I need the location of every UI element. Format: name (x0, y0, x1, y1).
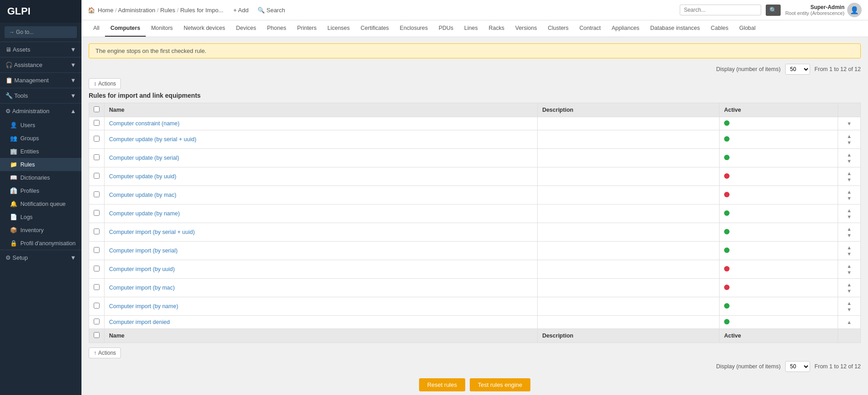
checkbox-2[interactable] (94, 136, 100, 142)
move-down-5[interactable]: ▼ (845, 196, 853, 201)
search-button[interactable]: 🔍 Search (255, 5, 288, 15)
sidebar-item-notification_queue[interactable]: 🔔Notification queue (0, 197, 81, 210)
sidebar-item-profiles[interactable]: 👔Profiles (0, 184, 81, 197)
move-up-2[interactable]: ▲ (845, 134, 853, 139)
sidebar-item-users[interactable]: 👤Users (0, 119, 81, 132)
add-button[interactable]: + Add (231, 5, 252, 15)
checkbox-1[interactable] (94, 120, 100, 126)
tab-pdus[interactable]: PDUs (433, 20, 459, 37)
actions-button-top[interactable]: ↕ Actions (89, 78, 121, 89)
row-link-4[interactable]: Computer update (by uuid) (109, 173, 176, 180)
sidebar-section-header-tools[interactable]: 🔧 Tools▼ (0, 88, 81, 103)
sidebar-item-inventory[interactable]: 📦Inventory (0, 224, 81, 237)
test-rules-engine-button[interactable]: Test rules engine (470, 378, 530, 391)
row-link-2[interactable]: Computer update (by serial + uuid) (109, 136, 196, 143)
row-link-9[interactable]: Computer import (by uuid) (109, 266, 175, 272)
tab-enclosures[interactable]: Enclosures (394, 20, 433, 37)
move-down-4[interactable]: ▼ (845, 177, 853, 182)
select-all-checkbox[interactable] (94, 106, 100, 112)
tab-cables[interactable]: Cables (705, 20, 734, 37)
move-up-11[interactable]: ▲ (845, 301, 853, 306)
sidebar-item-entities[interactable]: 🏢Entities (0, 145, 81, 158)
tab-lines[interactable]: Lines (459, 20, 483, 37)
move-down-9[interactable]: ▼ (845, 270, 853, 275)
tab-printers[interactable]: Printers (291, 20, 322, 37)
move-down-7[interactable]: ▼ (845, 233, 853, 238)
checkbox-5[interactable] (94, 191, 100, 197)
select-all-checkbox-footer[interactable] (94, 332, 100, 338)
sidebar-item-rules[interactable]: 📁Rules (0, 158, 81, 171)
sidebar-section-header-setup[interactable]: ⚙ Setup▼ (0, 250, 81, 265)
move-down-3[interactable]: ▼ (845, 159, 853, 164)
sidebar-item-dictionaries[interactable]: 📖Dictionaries (0, 171, 81, 184)
row-name-12: Computer import denied (105, 316, 538, 329)
row-link-11[interactable]: Computer import (by name) (109, 303, 178, 309)
breadcrumb-item-3[interactable]: Rules for Impo... (180, 7, 223, 14)
move-up-9[interactable]: ▲ (845, 264, 853, 269)
row-link-12[interactable]: Computer import denied (109, 319, 170, 325)
checkbox-12[interactable] (94, 319, 100, 324)
sidebar-section-header-administration[interactable]: ⚙ Administration▲ (0, 104, 81, 119)
reset-rules-button[interactable]: Reset rules (419, 378, 465, 391)
row-link-5[interactable]: Computer update (by mac) (109, 192, 176, 198)
display-select-bottom[interactable]: 50 10 25 100 (785, 361, 810, 372)
checkbox-8[interactable] (94, 247, 100, 253)
checkbox-6[interactable] (94, 210, 100, 216)
row-link-1[interactable]: Computer constraint (name) (109, 120, 180, 127)
tab-all[interactable]: All (88, 20, 105, 37)
tab-network_devices[interactable]: Network devices (178, 20, 231, 37)
move-up-7[interactable]: ▲ (845, 227, 853, 232)
search-input[interactable] (680, 5, 761, 15)
move-up-4[interactable]: ▲ (845, 171, 853, 176)
tab-phones[interactable]: Phones (262, 20, 291, 37)
breadcrumb-item-1[interactable]: Administration (118, 7, 155, 14)
row-link-7[interactable]: Computer import (by serial + uuid) (109, 229, 195, 235)
move-up-12[interactable]: ▲ (845, 320, 853, 325)
checkbox-11[interactable] (94, 303, 100, 309)
tab-versions[interactable]: Versions (510, 20, 542, 37)
checkbox-3[interactable] (94, 154, 100, 160)
tab-clusters[interactable]: Clusters (542, 20, 574, 37)
move-up-6[interactable]: ▲ (845, 208, 853, 213)
sidebar-item-logs[interactable]: 📄Logs (0, 210, 81, 224)
search-icon-button[interactable]: 🔍 (766, 5, 781, 16)
tab-monitors[interactable]: Monitors (146, 20, 178, 37)
tab-certificates[interactable]: Certificates (355, 20, 395, 37)
tab-licenses[interactable]: Licenses (322, 20, 355, 37)
checkbox-9[interactable] (94, 266, 100, 271)
tab-appliances[interactable]: Appliances (606, 20, 645, 37)
move-up-8[interactable]: ▲ (845, 245, 853, 250)
tab-contract[interactable]: Contract (574, 20, 606, 37)
move-down-8[interactable]: ▼ (845, 252, 853, 257)
sidebar-section-header-assistance[interactable]: 🎧 Assistance▼ (0, 57, 81, 72)
sidebar-section-header-management[interactable]: 📋 Management▼ (0, 73, 81, 88)
actions-button-bottom[interactable]: ↑ Actions (89, 347, 121, 358)
tab-computers[interactable]: Computers (105, 20, 146, 37)
move-down-6[interactable]: ▼ (845, 214, 853, 219)
move-up-5[interactable]: ▲ (845, 190, 853, 195)
move-down-1[interactable]: ▼ (845, 121, 853, 126)
row-link-10[interactable]: Computer import (by mac) (109, 285, 175, 291)
checkbox-7[interactable] (94, 228, 100, 234)
sidebar-section-header-assets[interactable]: 🖥 Assets▼ (0, 42, 81, 57)
tab-devices[interactable]: Devices (231, 20, 262, 37)
checkbox-4[interactable] (94, 173, 100, 179)
move-down-10[interactable]: ▼ (845, 289, 853, 294)
row-link-6[interactable]: Computer update (by name) (109, 210, 180, 217)
breadcrumb-item-0[interactable]: Home (98, 7, 114, 14)
checkbox-10[interactable] (94, 284, 100, 290)
row-link-8[interactable]: Computer import (by serial) (109, 247, 177, 254)
sidebar-item-profil_anonymisation[interactable]: 🔒Profil d'anonymisation (0, 237, 81, 250)
move-down-2[interactable]: ▼ (845, 140, 853, 145)
row-link-3[interactable]: Computer update (by serial) (109, 155, 179, 161)
display-select[interactable]: 50 10 25 100 (785, 64, 810, 75)
tab-global[interactable]: Global (734, 20, 761, 37)
goto-button[interactable]: → Go to... (5, 26, 77, 38)
move-down-11[interactable]: ▼ (845, 307, 853, 312)
tab-database_instances[interactable]: Database instances (645, 20, 706, 37)
move-up-3[interactable]: ▲ (845, 152, 853, 157)
sidebar-item-groups[interactable]: 👥Groups (0, 132, 81, 145)
breadcrumb-item-2[interactable]: Rules (160, 7, 175, 14)
move-up-10[interactable]: ▲ (845, 282, 853, 287)
tab-racks[interactable]: Racks (483, 20, 510, 37)
